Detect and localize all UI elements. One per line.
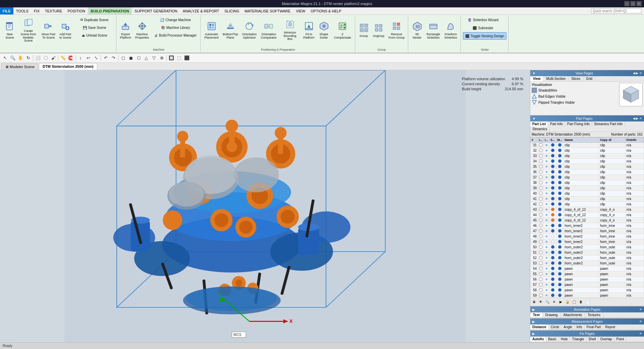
col-header-s[interactable]: S... [549,138,556,143]
unload-scene-button[interactable]: ⏏ Unload Scene [74,32,115,39]
annotation-pages-header[interactable]: ▶ Annotation Pages ✕ [530,306,644,312]
toolbar-select[interactable]: ↖ [1,54,9,62]
mt-tab-final-part[interactable]: Final Part [585,325,603,330]
menu-position[interactable]: POSITION [65,7,88,14]
toolbar-rotate2[interactable]: ↩ [85,54,92,62]
change-machine-button[interactable]: 🔄 Change Machine [152,16,199,23]
subnester-button[interactable]: ⬛ Subnester [463,24,503,32]
table-row[interactable]: 34 👁 clip clip n/a [531,159,644,164]
cell-i1[interactable] [538,261,544,266]
toolbar-btn-6[interactable]: ◻ [119,54,127,62]
cell-i1[interactable] [538,202,544,207]
table-row[interactable]: 45 👁 copy_4_of_12 copy_4_o n/a [531,218,644,223]
tab-modeler-scene[interactable]: 🖥 Modeler Scene [1,63,38,70]
toolbar-pan[interactable]: ✋ [17,54,24,62]
toolbar-btn-10[interactable]: ▽ [150,54,158,62]
cell-i1[interactable] [538,277,544,282]
pp-tab-part-list[interactable]: Part List [530,121,548,127]
ft-tab-shell[interactable]: Shell [586,337,598,342]
shape-sorter-button[interactable]: ShapeSorter [317,16,331,45]
save-scene-button[interactable]: 💾 Save Scene [74,24,115,31]
menu-options-help[interactable]: OPTIONS & HELP [308,7,344,14]
quick-search-input[interactable] [591,8,641,13]
table-row[interactable]: 54 👁 pawn pawn n/a [531,266,644,271]
vp-tab-multi-section[interactable]: Multi-Section [544,76,569,81]
toolbar-rotate[interactable]: ↻ [24,54,32,62]
cell-i1[interactable] [538,148,544,153]
orientation-comparator-button[interactable]: OrientationComparator [259,16,278,45]
menu-materialise-software[interactable]: MATERIALISE SOFTWARE [242,7,293,14]
vis-checkbox[interactable] [539,218,542,222]
cell-i1[interactable] [538,159,544,164]
minimize-button[interactable]: − [625,1,629,6]
menu-texture[interactable]: TEXTURE [42,7,65,14]
remove-from-group-button[interactable]: RemoveFrom Group [387,16,407,45]
cell-i1[interactable] [538,175,544,180]
cell-i1[interactable] [538,239,544,245]
cell-i1[interactable] [538,288,544,293]
ft-tab-hole[interactable]: Hole [559,337,570,342]
ft-tab-basic[interactable]: Basic [546,337,558,342]
cell-i1[interactable] [538,180,544,186]
toolbar-snap[interactable]: 🧲 [67,54,74,62]
toolbar-btn-7[interactable]: ◼ [127,54,135,62]
table-row[interactable]: 41 👁 clip clip n/a [531,196,644,202]
table-row[interactable]: 52 👁 horn_outer2 horn_oute n/a [531,255,644,261]
col-header-i1[interactable]: i... [538,138,544,143]
vis-checkbox[interactable] [539,267,542,270]
menu-support-generation[interactable]: SUPPORT GENERATION [132,7,180,14]
cell-i1[interactable] [538,164,544,169]
vis-checkbox[interactable] [539,235,542,238]
freeform-sinterbox-button[interactable]: FreeformSinterbox [442,16,459,45]
group-button[interactable]: Group [357,16,371,45]
toolbar-btn-14[interactable]: ⬛ [183,54,191,62]
sinterbox-wizard-button[interactable]: 🔮 Sinterbox Wizard [463,16,503,23]
cell-i1[interactable] [538,293,544,298]
vis-checkbox[interactable] [539,229,542,233]
cell-i1[interactable] [538,245,544,250]
col-header-m[interactable]: M... [556,138,564,143]
minimize-bbox-button[interactable]: MinimizeBounding Box [279,16,301,45]
pt-btn-8[interactable]: 🗑 [578,299,584,305]
cell-i1[interactable] [538,250,544,255]
toolbar-box-select[interactable]: ⬜ [34,54,42,62]
menu-slicing[interactable]: SLICING [222,7,242,14]
create-scene-button[interactable]: Create Scene fromModeler Scene [17,16,39,45]
bottom-top-button[interactable]: Bottom/TopPlane [221,16,240,45]
vis-checkbox[interactable] [539,208,542,211]
pp-tab-part-info[interactable]: Part Info [548,121,565,127]
menu-build-preparation[interactable]: BUILD PREPARATION [88,7,132,14]
vp-tab-slices[interactable]: Slices [569,76,583,81]
add-part-button[interactable]: Add Partto Scene [58,16,73,45]
vp-tab-grid[interactable]: Grid [583,76,595,81]
pt-btn-7[interactable]: 📋 [571,299,577,305]
parts-table[interactable]: # i... i... S... M... Name Copy of FixIn… [530,137,644,298]
table-row[interactable]: 44 👁 copy_4_of_12 copy_4_o n/a [531,212,644,218]
toolbar-btn-11[interactable]: ⊕ [158,54,165,62]
measurement-pages-header[interactable]: ▶ Measurement Pages ✕ [530,318,644,325]
toggle-nesting-button[interactable]: ⬛ Toggle Nesting Design [463,32,506,40]
table-row[interactable]: 55 👁 pawn pawn n/a [531,271,644,277]
ft-tab-autofix[interactable]: Autofix [530,337,546,342]
vis-checkbox[interactable] [539,165,542,168]
vis-checkbox[interactable] [539,149,542,152]
vis-checkbox[interactable] [539,283,542,286]
toolbar-measure[interactable]: 📏 [59,54,67,62]
table-row[interactable]: 51 👁 horn_outer2 horn_oute n/a [531,250,644,255]
toolbar-paint[interactable]: 🖌 [50,54,57,62]
table-row[interactable]: 58 👁 pawn pawn n/a [531,288,644,293]
3d-nester-button[interactable]: 3D 3DNester [410,16,424,45]
table-row[interactable]: 50 👁 horn_outer2 horn_oute n/a [531,245,644,250]
toolbar-btn-12[interactable]: 🔲 [168,54,175,62]
auto-placement-button[interactable]: AutomaticPlacement [203,16,220,45]
vis-checkbox[interactable] [539,213,542,216]
cell-i1[interactable] [538,255,544,261]
table-row[interactable]: 48 👁 horn_inner2 horn_inne n/a [531,234,644,239]
table-row[interactable]: 56 👁 pawn pawn n/a [531,277,644,282]
cell-i1[interactable] [538,153,544,159]
cell-i1[interactable] [538,266,544,271]
viewport[interactable]: Y X WCS Platform volume utilization 4.99… [0,70,530,342]
mt-tab-report[interactable]: Report [603,325,618,330]
close-button[interactable]: ✕ [637,1,641,6]
table-row[interactable]: 39 👁 clip clip n/a [531,186,644,191]
